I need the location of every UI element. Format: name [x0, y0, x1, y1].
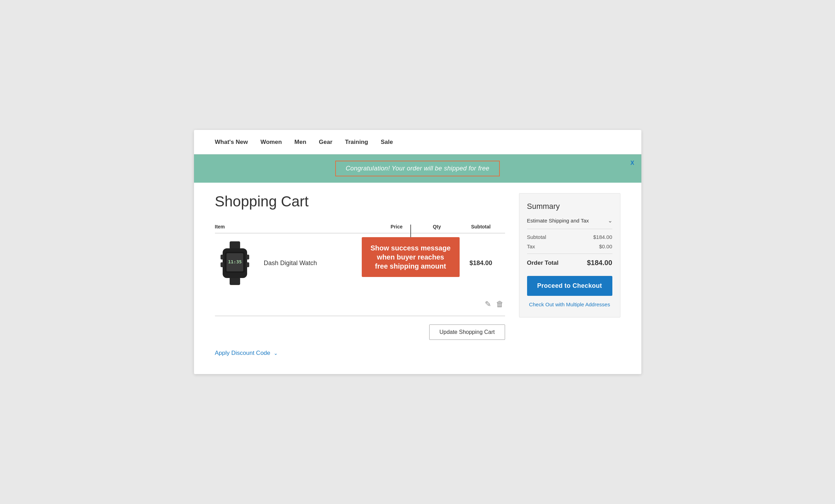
estimate-chevron-icon: ⌄ [608, 217, 612, 224]
chevron-down-icon: ⌄ [274, 350, 278, 356]
svg-rect-7 [221, 262, 223, 267]
tax-value: $0.00 [599, 243, 612, 249]
tax-label: Tax [527, 243, 535, 249]
page-wrapper: What's New Women Men Gear Training Sale … [194, 130, 641, 374]
content-inner: Show success message when buyer reaches … [194, 183, 641, 374]
banner-close-button[interactable]: X [631, 160, 634, 166]
apply-discount-label[interactable]: Apply Discount Code [215, 350, 271, 357]
svg-rect-8 [246, 255, 249, 260]
tooltip-wrapper: Show success message when buyer reaches … [362, 225, 460, 277]
product-image-cell: 11:35 [215, 233, 264, 293]
cart-item-row: 11:35 Das [215, 233, 505, 293]
cart-update-row: Update Shopping Cart [215, 324, 505, 340]
order-total-label: Order Total [527, 260, 559, 266]
order-total-value: $184.00 [587, 259, 612, 267]
subtotal-value: $184.00 [593, 234, 612, 240]
nav-item-training[interactable]: Training [345, 139, 368, 146]
product-name: Dash Digital Watch [264, 233, 376, 293]
subtotal-line: Subtotal $184.00 [527, 234, 612, 240]
delete-icon[interactable]: 🗑 [496, 300, 504, 309]
svg-rect-6 [221, 255, 223, 260]
order-total-line: Order Total $184.00 [527, 259, 612, 267]
column-subtotal: Subtotal [457, 220, 505, 233]
multi-address-link[interactable]: Check Out with Multiple Addresses [527, 301, 612, 307]
tax-line: Tax $0.00 [527, 243, 612, 254]
tooltip-connector [410, 225, 411, 237]
cart-item-actions-row: ✎ 🗑 [215, 293, 505, 316]
nav-item-sale[interactable]: Sale [381, 139, 393, 146]
nav-bar: What's New Women Men Gear Training Sale [194, 130, 641, 154]
watch-svg: 11:35 [217, 241, 252, 285]
nav-item-men[interactable]: Men [294, 139, 306, 146]
product-image: 11:35 [215, 240, 255, 286]
product-subtotal: $184.00 [457, 233, 505, 293]
apply-discount-section[interactable]: Apply Discount Code ⌄ [215, 350, 505, 357]
nav-item-women[interactable]: Women [260, 139, 282, 146]
svg-text:11:35: 11:35 [228, 259, 242, 264]
banner-message: Congratulation! Your order will be shipp… [335, 161, 500, 176]
action-icons: ✎ 🗑 [215, 300, 505, 309]
edit-icon[interactable]: ✎ [485, 300, 491, 309]
page-title: Shopping Cart [215, 193, 505, 210]
actions-cell: ✎ 🗑 [215, 293, 505, 316]
estimate-shipping-row[interactable]: Estimate Shipping and Tax ⌄ [527, 217, 612, 229]
tooltip-box: Show success message when buyer reaches … [362, 237, 460, 277]
free-shipping-banner: Congratulation! Your order will be shipp… [194, 154, 641, 183]
update-cart-button[interactable]: Update Shopping Cart [429, 324, 505, 340]
svg-rect-0 [230, 241, 240, 249]
proceed-to-checkout-button[interactable]: Proceed to Checkout [527, 276, 612, 296]
nav-item-whats-new[interactable]: What's New [215, 139, 248, 146]
cart-section: Show success message when buyer reaches … [215, 193, 505, 357]
svg-rect-9 [246, 262, 249, 267]
cart-table: Item Price Qty Subtotal [215, 220, 505, 316]
estimate-label: Estimate Shipping and Tax [527, 218, 589, 224]
column-item: Item [215, 220, 376, 233]
summary-title: Summary [527, 202, 612, 211]
svg-rect-1 [230, 277, 240, 285]
main-content: Congratulation! Your order will be shipp… [194, 154, 641, 374]
summary-panel: Summary Estimate Shipping and Tax ⌄ Subt… [519, 193, 620, 317]
nav-item-gear[interactable]: Gear [319, 139, 332, 146]
subtotal-label: Subtotal [527, 234, 546, 240]
